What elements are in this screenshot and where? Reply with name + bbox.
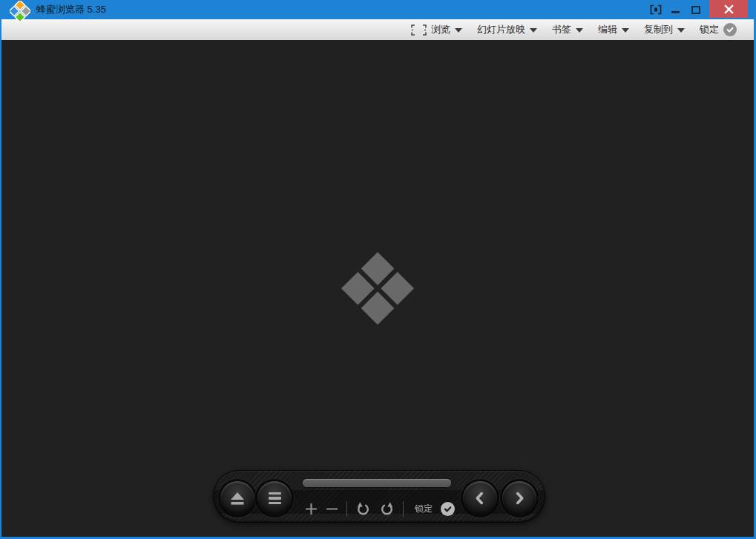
lock-check-circle-icon[interactable] — [441, 502, 455, 516]
toolbar-item-label: 锁定 — [700, 23, 719, 36]
toolbar-item-bookmarks[interactable]: 书签 — [552, 23, 583, 36]
fullscreen-button[interactable] — [645, 0, 665, 19]
divider — [403, 501, 404, 517]
chevron-down-icon — [576, 28, 583, 33]
menu-button[interactable] — [257, 481, 292, 515]
middle-controls: 锁定 — [305, 498, 455, 519]
toolbar-item-edit[interactable]: 编辑 — [598, 23, 629, 36]
previous-button[interactable] — [463, 481, 497, 515]
minimize-button[interactable] — [665, 0, 686, 19]
window-title: 蜂蜜浏览器 5.35 — [36, 3, 106, 16]
close-icon — [724, 4, 734, 14]
chevron-down-icon — [622, 28, 629, 33]
close-button[interactable] — [709, 0, 748, 18]
chevron-down-icon — [677, 28, 685, 33]
viewer-canvas: 锁定 — [1, 40, 754, 537]
check-circle-icon — [723, 23, 737, 36]
placeholder-logo-icon — [340, 251, 415, 326]
lock-label: 锁定 — [415, 503, 433, 515]
titlebar: 蜂蜜浏览器 5.35 — [1, 0, 754, 19]
minimize-icon — [671, 11, 680, 13]
rotate-left-icon[interactable] — [355, 501, 371, 517]
toolbar-item-label: 浏览 — [431, 23, 450, 36]
toolbar: 浏览 幻灯片放映 书签 编辑 复制到 锁定 — [1, 19, 754, 40]
app-logo-icon — [10, 1, 30, 22]
window-controls — [645, 0, 754, 19]
marquee-icon — [411, 24, 427, 36]
menu-icon — [269, 492, 281, 505]
zoom-out-icon[interactable] — [326, 503, 338, 515]
bottom-control-bar: 锁定 — [214, 471, 545, 522]
chevron-down-icon — [530, 28, 537, 33]
maximize-button[interactable] — [686, 0, 706, 19]
chevron-right-icon — [511, 490, 527, 506]
toolbar-item-label: 幻灯片放映 — [477, 23, 525, 36]
maximize-icon — [691, 6, 700, 14]
zoom-in-icon[interactable] — [305, 503, 318, 515]
toolbar-item-browse[interactable]: 浏览 — [411, 23, 462, 36]
toolbar-item-label: 书签 — [552, 23, 571, 36]
toolbar-item-slideshow[interactable]: 幻灯片放映 — [477, 23, 537, 36]
toolbar-item-lock[interactable]: 锁定 — [700, 23, 737, 36]
next-button[interactable] — [502, 481, 536, 515]
divider — [346, 501, 347, 517]
chevron-left-icon — [472, 490, 488, 506]
eject-icon — [229, 491, 246, 506]
rotate-right-icon[interactable] — [379, 501, 395, 517]
chevron-down-icon — [455, 28, 462, 33]
fullscreen-icon — [650, 4, 662, 15]
toolbar-item-copy-to[interactable]: 复制到 — [644, 23, 685, 36]
zoom-slider[interactable] — [303, 479, 451, 487]
toolbar-item-label: 编辑 — [598, 23, 617, 36]
toolbar-item-label: 复制到 — [644, 23, 673, 36]
app-window: 蜂蜜浏览器 5.35 — [0, 0, 756, 539]
eject-button[interactable] — [220, 481, 254, 515]
